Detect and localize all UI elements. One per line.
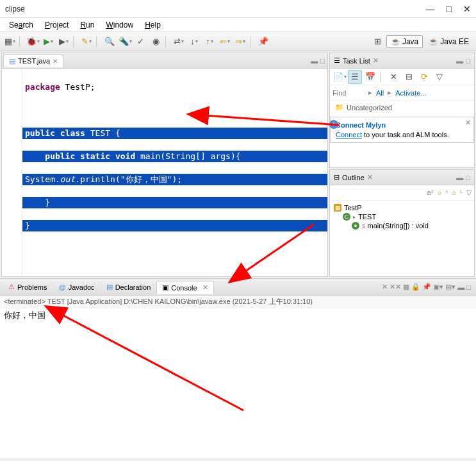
collapse-button[interactable]: ⊟: [402, 70, 416, 84]
hide-static-icon[interactable]: ○: [452, 189, 456, 197]
uncategorized-item[interactable]: 📁 Uncategorized: [335, 103, 469, 112]
tab-problems[interactable]: ⚠Problems: [3, 280, 53, 294]
maximize-view-icon[interactable]: □: [320, 57, 325, 65]
open-type-button[interactable]: 🔍: [103, 35, 117, 49]
tab-javadoc[interactable]: @Javadoc: [53, 281, 100, 294]
perspective-java[interactable]: ☕Java: [386, 35, 423, 48]
debug-button[interactable]: 🐞: [26, 35, 40, 49]
hide-local-icon[interactable]: ᴸ: [460, 189, 463, 197]
sort-icon[interactable]: aᶻ: [427, 189, 434, 197]
separator: [165, 36, 169, 47]
new-class-button[interactable]: ✎: [79, 35, 94, 49]
tab-console[interactable]: ▣Console✕: [156, 281, 213, 294]
prev-button[interactable]: ↑: [202, 35, 217, 49]
ext-tools-button[interactable]: ▶: [56, 35, 70, 49]
code-editor[interactable]: package TestP; public class TEST { publi…: [2, 69, 327, 276]
editor-tab-label: TEST.java: [18, 57, 50, 65]
minimize-icon[interactable]: ▬: [457, 283, 464, 291]
tab-declaration[interactable]: ▤Declaration: [101, 280, 157, 294]
focus-button[interactable]: ✕: [386, 70, 400, 84]
new-button[interactable]: ▦: [3, 35, 17, 49]
pin-console-icon[interactable]: 📌: [422, 283, 431, 291]
console-output[interactable]: 你好，中国: [0, 308, 476, 458]
task-list-view: ☰ Task List ✕ ▬ □ 📄 ☰ 📅 ✕ ⊟ ⟳ ▽ ▸ All: [329, 53, 475, 168]
close-tab-icon[interactable]: ✕: [202, 283, 208, 292]
remove-all-icon[interactable]: ✕✕: [390, 283, 401, 291]
forward-button[interactable]: ⇒: [233, 35, 247, 49]
method-icon: ●: [352, 222, 359, 230]
separator: [250, 36, 254, 47]
back-button[interactable]: ⇐: [218, 35, 232, 49]
open-perspective-button[interactable]: ⊞: [371, 35, 385, 49]
schedule-button[interactable]: 📅: [363, 70, 377, 84]
menu-project[interactable]: Project: [40, 19, 74, 31]
menu-help[interactable]: Help: [140, 19, 166, 31]
minimize-icon[interactable]: ▬: [456, 57, 463, 65]
scroll-lock-icon[interactable]: 🔒: [411, 283, 420, 291]
menu-window[interactable]: Window: [101, 19, 138, 31]
separator: [380, 71, 384, 83]
run-button[interactable]: ▶: [41, 35, 55, 49]
close-tab-icon[interactable]: ✕: [53, 58, 58, 65]
sync-button[interactable]: ⟳: [417, 70, 431, 84]
editor-tabbar: ▤ TEST.java ✕ ▬ □: [2, 53, 327, 69]
java-file-icon: ▤: [9, 57, 15, 65]
info-icon: i: [329, 120, 338, 129]
activate-link[interactable]: Activate...: [395, 89, 426, 97]
display-console-icon[interactable]: ▣▾: [433, 283, 443, 291]
main-toolbar: ▦ 🐞 ▶ ▶ ✎ 🔍 🔦 ✓ ◉ ⇄ ↓ ↑ ⇐ ⇒ 📌 ⊞ ☕Java ☕J…: [0, 32, 476, 51]
maximize-icon[interactable]: □: [466, 283, 471, 291]
window-title: clipse: [5, 4, 25, 13]
next-button[interactable]: ↓: [187, 35, 201, 49]
outline-view: ⊟ Outline ✕ ▬ □ aᶻ ○ ˢ ○ ᴸ ▽ ▦ TestP: [329, 169, 475, 277]
find-input[interactable]: [332, 89, 365, 97]
remove-launch-icon[interactable]: ✕: [382, 283, 388, 291]
new-task-button[interactable]: 📄: [332, 70, 347, 84]
pin-button[interactable]: 📌: [256, 35, 270, 49]
open-console-icon[interactable]: ▤▾: [445, 283, 455, 291]
task-list-icon: ☰: [334, 56, 340, 65]
perspective-javaee[interactable]: ☕Java EE: [424, 35, 473, 48]
console-status: <terminated> TEST [Java Application] D:\…: [0, 296, 476, 308]
clear-console-icon[interactable]: ▦: [403, 283, 409, 291]
close-view-icon[interactable]: ✕: [373, 56, 379, 65]
menu-bar: Search Project Run Window Help: [0, 18, 476, 32]
outline-method[interactable]: ● s main(String[]) : void: [334, 221, 470, 230]
outline-package[interactable]: ▦ TestP: [334, 203, 470, 212]
menu-icon[interactable]: ▽: [432, 70, 447, 84]
nav-button[interactable]: ⇄: [172, 35, 186, 49]
search-button[interactable]: 🔦: [118, 35, 132, 49]
menu-search[interactable]: Search: [4, 19, 38, 31]
close-button[interactable]: ✕: [463, 4, 471, 14]
editor-tab[interactable]: ▤ TEST.java ✕: [3, 54, 63, 67]
maximize-button[interactable]: □: [447, 4, 452, 14]
bookmark-button[interactable]: ◉: [149, 35, 163, 49]
separator: [73, 36, 77, 47]
menu-icon[interactable]: ▽: [466, 189, 472, 197]
close-mylyn-icon[interactable]: ✕: [465, 119, 471, 127]
connect-link[interactable]: Connect: [336, 131, 362, 138]
folder-icon: 📁: [335, 103, 344, 112]
task-list-title: Task List: [343, 57, 370, 65]
title-bar: clipse — □ ✕: [0, 0, 476, 18]
categorize-button[interactable]: ☰: [348, 70, 362, 84]
task-button[interactable]: ✓: [133, 35, 147, 49]
outline-class[interactable]: C ▸ TEST: [334, 212, 470, 221]
hide-fields-icon[interactable]: ˢ: [445, 189, 448, 197]
code-area[interactable]: package TestP; public class TEST { publi…: [22, 69, 327, 276]
filter-icon[interactable]: ○: [438, 189, 442, 197]
menu-run[interactable]: Run: [75, 19, 99, 31]
bottom-panel: ⚠Problems @Javadoc ▤Declaration ▣Console…: [0, 278, 476, 458]
maximize-icon[interactable]: □: [466, 57, 470, 65]
all-link[interactable]: All: [376, 89, 384, 97]
problems-icon: ⚠: [8, 283, 15, 291]
minimize-button[interactable]: —: [426, 4, 435, 14]
editor-area: ▤ TEST.java ✕ ▬ □ package TestP; public …: [1, 53, 328, 277]
declaration-icon: ▤: [106, 283, 113, 291]
minimize-icon[interactable]: ▬: [456, 174, 463, 181]
separator: [19, 36, 23, 47]
package-icon: ▦: [334, 204, 341, 212]
close-view-icon[interactable]: ✕: [367, 173, 373, 181]
minimize-view-icon[interactable]: ▬: [311, 57, 318, 65]
maximize-icon[interactable]: □: [466, 174, 470, 181]
